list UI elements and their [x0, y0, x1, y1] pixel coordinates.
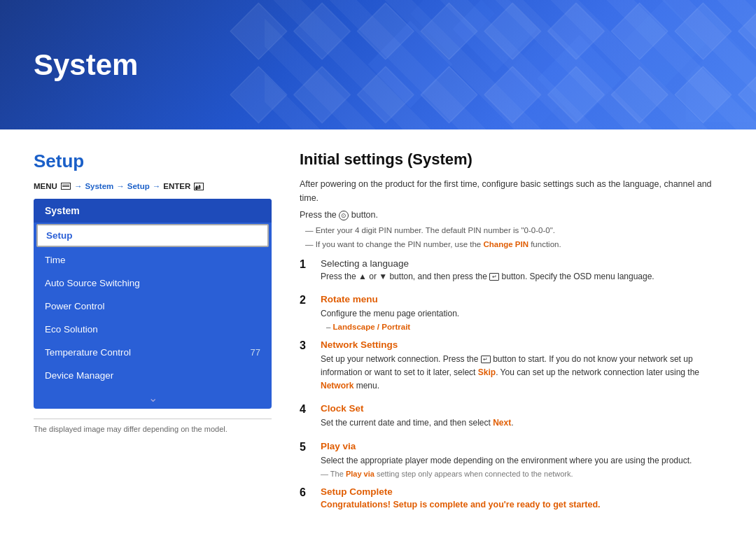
menu-item-device-manager-label: Device Manager [45, 370, 113, 381]
enter-icon: ↵ [194, 183, 204, 190]
step-4-heading: Clock Set [321, 403, 722, 414]
step-5-note: The Play via setting step only appears w… [321, 470, 722, 478]
header-decoration [227, 0, 756, 129]
menu-item-eco-solution[interactable]: Eco Solution [34, 318, 272, 341]
step-6: 6 Setup Complete Congratulations! Setup … [300, 486, 722, 510]
step-5-content: Play via Select the appropriate player m… [321, 441, 722, 478]
disclaimer-text: The displayed image may differ depending… [34, 419, 272, 433]
step-6-heading: Setup Complete [321, 486, 722, 497]
note-change-pin: If you want to change the PIN number, us… [305, 239, 722, 251]
menu-path-arrow3: → [153, 182, 161, 190]
menu-item-auto-source-label: Auto Source Switching [45, 278, 140, 288]
disclaimer-content: The displayed image may differ depending… [34, 425, 227, 433]
step-1-desc: Press the ▲ or ▼ button, and then press … [321, 270, 722, 283]
skip-link: Skip [478, 367, 496, 377]
step-1-number: 1 [300, 258, 311, 271]
menu-item-temp-control[interactable]: Temperature Control 77 [34, 341, 272, 364]
menu-path-menu: MENU [34, 182, 57, 190]
menu-path-arrow2: → [116, 182, 125, 190]
section-title: Setup [34, 150, 272, 172]
header-banner: System [0, 0, 756, 129]
step-1-content: Selecting a language Press the ▲ or ▼ bu… [321, 258, 722, 286]
menu-path-setup: Setup [127, 182, 150, 190]
menu-item-setup[interactable]: Setup [36, 224, 269, 247]
page-title: System [34, 48, 138, 82]
intro-paragraph-2: Press the ⊙ button. [300, 208, 722, 222]
play-via-note-link: Play via [346, 470, 374, 478]
step-2: 2 Rotate menu Configure the menu page or… [300, 294, 722, 331]
main-content: Setup MENU → System → Setup → ENTER ↵ Sy… [0, 129, 756, 532]
step-4-content: Clock Set Set the current date and time,… [321, 403, 722, 432]
step-5-heading: Play via [321, 441, 722, 451]
chevron-down-icon[interactable]: ⌄ [34, 387, 272, 409]
menu-item-time[interactable]: Time [34, 248, 272, 272]
right-column: Initial settings (System) After powering… [300, 150, 722, 518]
step-3-desc: Set up your network connection. Press th… [321, 353, 722, 393]
menu-item-power-control-label: Power Control [45, 301, 105, 311]
intro-text-1: After powering on the product for the fi… [300, 179, 712, 203]
menu-path-enter: ENTER [163, 182, 190, 190]
step-5-desc: Select the appropriate player mode depen… [321, 454, 722, 468]
change-pin-link: Change PIN [483, 240, 528, 248]
step-3: 3 Network Settings Set up your network c… [300, 339, 722, 395]
menu-path-arrow1: → [74, 182, 83, 190]
menu-item-temp-control-label: Temperature Control [45, 347, 131, 358]
left-column: Setup MENU → System → Setup → ENTER ↵ Sy… [34, 150, 272, 518]
menu-item-time-label: Time [45, 255, 66, 265]
menu-item-auto-source[interactable]: Auto Source Switching [34, 272, 272, 295]
congratulations-text: Congratulations! Setup is complete and y… [321, 500, 722, 510]
step-5: 5 Play via Select the appropriate player… [300, 441, 722, 478]
circle-button-icon: ⊙ [339, 211, 349, 220]
step-5-number: 5 [300, 441, 311, 454]
intro-paragraph-1: After powering on the product for the fi… [300, 177, 722, 205]
step-4-desc: Set the current date and time, and then … [321, 416, 722, 430]
step-1: 1 Selecting a language Press the ▲ or ▼ … [300, 258, 722, 286]
step-2-number: 2 [300, 294, 311, 307]
menu-path: MENU → System → Setup → ENTER ↵ [34, 182, 272, 190]
step-2-content: Rotate menu Configure the menu page orie… [321, 294, 722, 331]
step-1-heading: Selecting a language [321, 258, 722, 269]
step-4: 4 Clock Set Set the current date and tim… [300, 403, 722, 432]
right-section-title: Initial settings (System) [300, 150, 722, 169]
step-2-heading: Rotate menu [321, 294, 722, 304]
menu-item-power-control[interactable]: Power Control [34, 295, 272, 318]
intro-text-2: Press the [300, 210, 339, 220]
menu-item-eco-solution-label: Eco Solution [45, 324, 98, 335]
network-link: Network [321, 381, 354, 391]
step-2-sub: Landscape / Portrait [326, 323, 722, 331]
menu-item-temp-control-number: 77 [251, 347, 260, 358]
step-6-number: 6 [300, 486, 311, 499]
steps-list: 1 Selecting a language Press the ▲ or ▼ … [300, 258, 722, 510]
menu-icon [61, 183, 71, 190]
step-6-content: Setup Complete Congratulations! Setup is… [321, 486, 722, 510]
system-menu-panel: System Setup Time Auto Source Switching … [34, 199, 272, 409]
menu-path-system: System [85, 182, 113, 190]
next-link: Next [493, 418, 511, 428]
step-3-heading: Network Settings [321, 339, 722, 350]
step-2-sub-text: Landscape / Portrait [333, 323, 411, 331]
step-3-content: Network Settings Set up your network con… [321, 339, 722, 395]
system-menu-header: System [34, 199, 272, 223]
note-pin-default: Enter your 4 digit PIN number. The defau… [305, 225, 722, 237]
step-2-desc: Configure the menu page orientation. [321, 307, 722, 321]
menu-item-setup-label: Setup [46, 230, 73, 241]
step-4-number: 4 [300, 403, 311, 416]
step-3-number: 3 [300, 339, 311, 352]
intro-text-3: button. [351, 210, 378, 220]
menu-item-device-manager[interactable]: Device Manager [34, 364, 272, 387]
